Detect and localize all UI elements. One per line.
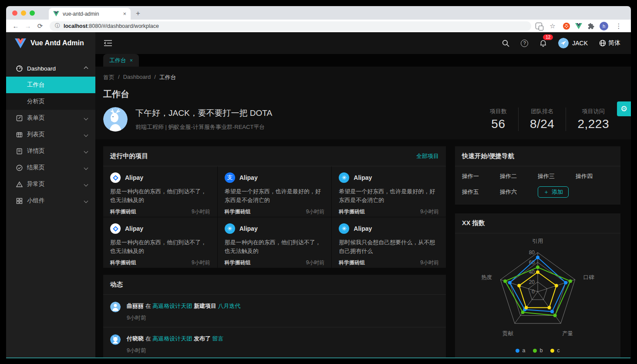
url-path: :8080/#/dashboard/workplace — [88, 23, 159, 29]
activity-target-link[interactable]: 留言 — [212, 335, 224, 342]
back-icon[interactable]: ← — [10, 22, 21, 30]
sidebar-item-label: 分析页 — [27, 98, 45, 105]
project-time: 9小时前 — [192, 208, 210, 216]
dashboard-submenu: 工作台 分析页 — [6, 77, 95, 110]
project-group-link[interactable]: 科学搬砖组 — [339, 259, 365, 266]
puzzle-extensions-icon[interactable] — [587, 23, 594, 30]
project-desc: 那是一种内在的东西，他们到达不了，也无法触及的 — [110, 187, 210, 205]
address-bar[interactable]: ⓘ localhost:8080/#/dashboard/workplace — [50, 21, 531, 31]
project-card[interactable]: ✳ Alipay 那是一种内在的东西，他们到达不了，也无法触及的 科学搬砖组 9… — [218, 217, 332, 268]
project-card[interactable]: ✳ Alipay 希望是一个好东西，也许是最好的，好东西是不会消亡的 科学搬砖组… — [332, 166, 446, 217]
notifications-bell-icon[interactable]: 12 — [539, 39, 547, 47]
sidebar-item-form[interactable]: 表单页 — [6, 110, 95, 126]
quicknav-links: 操作一 操作二 操作三 操作四 操作五 操作六 ＋ 添加 — [455, 166, 620, 205]
chart-legend[interactable]: abc — [516, 347, 559, 354]
close-window-button[interactable] — [12, 10, 17, 16]
chevron-down-icon — [84, 149, 88, 153]
breadcrumb-home[interactable]: 首页 — [103, 74, 115, 81]
sidebar-item-analysis[interactable]: 分析页 — [6, 93, 95, 110]
legend-dot — [533, 349, 537, 353]
warning-icon — [16, 181, 23, 188]
activity-group-link[interactable]: 高逼格设计天团 — [152, 335, 192, 342]
project-title[interactable]: Alipay — [239, 174, 258, 181]
username: JACK — [572, 40, 588, 47]
project-group-link[interactable]: 科学搬砖组 — [339, 208, 365, 216]
vue-devtools-icon[interactable] — [575, 23, 582, 29]
language-switcher[interactable]: 简体 — [599, 39, 620, 47]
new-tab-button[interactable]: + — [131, 9, 146, 20]
project-group-link[interactable]: 科学搬砖组 — [225, 259, 251, 266]
sidebar-item-result[interactable]: 结果页 — [6, 159, 95, 176]
project-title[interactable]: Alipay — [125, 225, 143, 232]
vue-favicon-icon — [53, 11, 59, 17]
breadcrumb-dashboard[interactable]: Dashboard — [123, 74, 151, 81]
page-tab-workplace[interactable]: 工作台 × — [103, 54, 139, 67]
sidebar-item-detail[interactable]: 详情页 — [6, 143, 95, 159]
sidebar-collapse-button[interactable] — [95, 32, 121, 54]
tab-close-icon[interactable]: × — [123, 10, 126, 17]
all-projects-link[interactable]: 全部项目 — [416, 152, 439, 160]
activity-time: 9小时前 — [127, 347, 224, 355]
browser-menu-icon[interactable]: ⋮ — [613, 22, 624, 30]
sidebar: Dashboard 工作台 分析页 表单页 — [6, 54, 95, 358]
antd-logo-icon — [110, 172, 121, 183]
quicknav-link[interactable]: 操作一 — [462, 172, 500, 180]
project-group-link[interactable]: 科学搬砖组 — [110, 259, 136, 266]
quicknav-link[interactable]: 操作二 — [500, 172, 538, 180]
activity-item: 付晓晓 在 高逼格设计天团 发布了 留言 9小时前 — [103, 327, 446, 358]
stat-projects: 项目数 56 — [479, 108, 518, 131]
project-card[interactable]: ✳ Alipay 那时候我只会想自己想要什么，从不想自己拥有什么 科学搬砖组 9… — [332, 217, 446, 268]
project-group-link[interactable]: 科学搬砖组 — [225, 208, 251, 216]
sidebar-item-dashboard[interactable]: Dashboard — [6, 60, 95, 77]
chevron-down-icon — [84, 116, 88, 120]
project-title[interactable]: Alipay — [239, 225, 258, 232]
sidebar-item-exception[interactable]: 异常页 — [6, 176, 95, 192]
quicknav-link[interactable]: 操作四 — [576, 172, 613, 180]
sidebar-item-widgets[interactable]: 小组件 — [6, 192, 95, 209]
bookmark-star-icon[interactable]: ☆ — [547, 22, 558, 30]
app-logo[interactable]: Vue Antd Admin — [6, 32, 95, 54]
tab-close-icon[interactable]: × — [130, 57, 133, 64]
sidebar-item-label: 小组件 — [27, 197, 45, 205]
legend-item[interactable]: c — [550, 347, 559, 354]
activity-group-link[interactable]: 高逼格设计天团 — [152, 303, 192, 309]
help-icon[interactable]: ? — [521, 40, 528, 47]
reload-icon[interactable]: ⟳ — [35, 22, 45, 30]
legend-item[interactable]: a — [516, 347, 525, 354]
project-card[interactable]: Alipay 那是一种内在的东西，他们到达不了，也无法触及的 科学搬砖组 9小时… — [103, 166, 217, 217]
project-title[interactable]: Alipay — [354, 174, 372, 181]
check-circle-icon — [16, 165, 23, 171]
browser-profile-avatar[interactable]: h — [600, 22, 608, 30]
quicknav-link[interactable]: 操作六 — [500, 188, 538, 196]
svg-text:产量: 产量 — [562, 330, 573, 337]
project-card[interactable]: 支 Alipay 希望是一个好东西，也许是最好的，好东西是不会消亡的 科学搬砖组… — [218, 166, 332, 217]
sidebar-item-workplace[interactable]: 工作台 — [6, 77, 95, 93]
minimize-window-button[interactable] — [21, 10, 26, 16]
svg-text:80: 80 — [529, 249, 535, 256]
legend-item[interactable]: b — [533, 347, 543, 354]
url-text[interactable]: localhost:8080/#/dashboard/workplace — [64, 23, 159, 29]
user-menu[interactable]: JACK — [558, 38, 588, 48]
quicknav-link[interactable]: 操作五 — [462, 188, 500, 196]
plus-icon: ＋ — [543, 188, 549, 196]
forward-icon[interactable]: → — [23, 22, 33, 30]
activity-user[interactable]: 曲丽丽 — [127, 303, 144, 309]
browser-tab[interactable]: vue-antd-admin × — [49, 8, 131, 20]
maximize-window-button[interactable] — [30, 10, 35, 16]
sidebar-item-list[interactable]: 列表页 — [6, 126, 95, 143]
add-button[interactable]: ＋ 添加 — [538, 186, 569, 198]
project-group-link[interactable]: 科学搬砖组 — [110, 208, 136, 216]
project-title[interactable]: Alipay — [125, 174, 143, 181]
site-info-icon[interactable]: ⓘ — [55, 22, 60, 30]
project-card[interactable]: Alipay 那是一种内在的东西，他们到达不了，也无法触及的 科学搬砖组 9小时… — [103, 217, 217, 268]
quicknav-link[interactable]: 操作三 — [538, 172, 576, 180]
extension-orange-icon[interactable] — [563, 23, 570, 30]
app-root: Vue Antd Admin ? 12 — [6, 32, 631, 358]
activity-item: 曲丽丽 在 高逼格设计天团 新建项目 八月迭代 9小时前 — [103, 295, 446, 327]
project-title[interactable]: Alipay — [354, 225, 372, 232]
activity-user[interactable]: 付晓晓 — [127, 335, 144, 342]
activity-target-link[interactable]: 八月迭代 — [218, 303, 241, 309]
theme-settings-button[interactable]: ⚙ — [617, 101, 631, 116]
search-icon[interactable] — [502, 40, 509, 47]
translate-icon[interactable] — [536, 23, 542, 29]
